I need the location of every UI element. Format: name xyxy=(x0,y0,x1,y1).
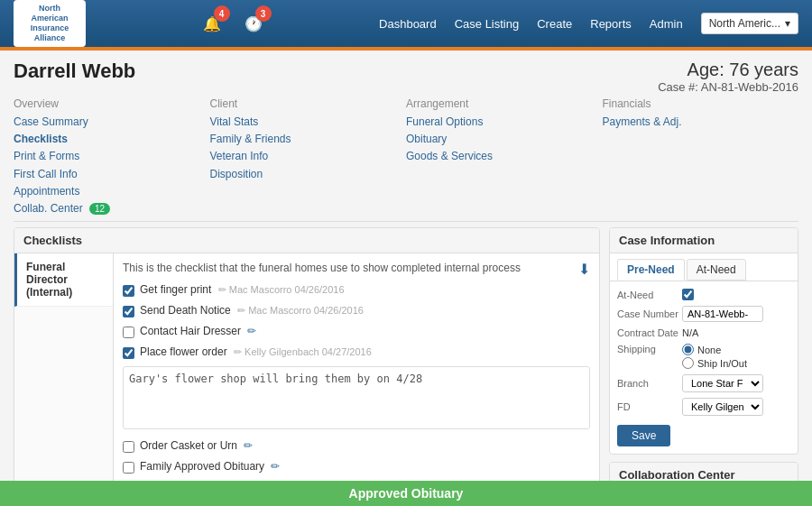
financials-title: Financials xyxy=(603,97,799,110)
collab-badge: 12 xyxy=(89,203,110,215)
nav-obituary[interactable]: Obituary xyxy=(406,131,603,148)
nav-collab-center[interactable]: Collab. Center 12 xyxy=(14,200,210,217)
checklist-label-4: Place flower order ✏ Kelly Gilgenbach 04… xyxy=(140,345,590,358)
checklist-label-1: Get finger print ✏ Mac Mascorro 04/26/20… xyxy=(140,283,590,296)
checklist-meta-2: ✏ Mac Mascorro 04/26/2016 xyxy=(237,305,364,316)
patient-name: Darrell Webb xyxy=(14,60,135,83)
overview-title: Overview xyxy=(14,97,210,110)
nav-reports[interactable]: Reports xyxy=(590,17,632,31)
checklist-checkbox-1[interactable] xyxy=(123,285,134,297)
checklist-checkbox-6[interactable] xyxy=(123,462,134,474)
checklist-checkbox-3[interactable] xyxy=(123,327,134,338)
checklist-item-3: Contact Hair Dresser ✏ xyxy=(123,325,590,338)
nav-links: Dashboard Case Listing Create Reports Ad… xyxy=(379,13,798,34)
nav-appointments[interactable]: Appointments xyxy=(14,183,210,200)
at-need-checkbox[interactable] xyxy=(682,289,694,300)
case-number-input[interactable] xyxy=(682,306,763,322)
org-dropdown[interactable]: North Americ... ▾ xyxy=(701,13,798,34)
shipping-inout-radio[interactable] xyxy=(682,357,694,369)
client-section: Client Vital Stats Family & Friends Vete… xyxy=(210,97,407,217)
overview-section: Overview Case Summary Checklists Print &… xyxy=(14,97,210,217)
nav-goods-services[interactable]: Goods & Services xyxy=(406,148,603,165)
nav-disposition[interactable]: Disposition xyxy=(210,166,407,183)
branch-label: Branch xyxy=(617,378,678,389)
nav-case-summary[interactable]: Case Summary xyxy=(14,114,210,131)
shipping-none-radio[interactable] xyxy=(682,344,694,355)
chevron-down-icon: ▾ xyxy=(785,17,790,30)
checklist-sidebar: Funeral Director (Internal) xyxy=(14,253,114,506)
checklist-checkbox-5[interactable] xyxy=(123,441,134,453)
checklists-panel: Checklists Funeral Director (Internal) ⬇… xyxy=(14,227,600,506)
checklists-panel-body: Funeral Director (Internal) ⬇ This is th… xyxy=(14,253,599,506)
arrangement-title: Arrangement xyxy=(406,97,603,110)
patient-header: Darrell Webb Age: 76 years Case #: AN-81… xyxy=(14,60,798,94)
checklist-checkbox-2[interactable] xyxy=(123,306,134,317)
nav-veteran-info[interactable]: Veteran Info xyxy=(210,148,407,165)
nav-checklists[interactable]: Checklists xyxy=(14,131,210,148)
at-need-field: At-Need xyxy=(617,289,790,300)
nav-admin[interactable]: Admin xyxy=(650,17,683,31)
branch-field: Branch Lone Star Fu xyxy=(617,374,790,392)
page-content: Darrell Webb Age: 76 years Case #: AN-81… xyxy=(0,51,812,506)
case-info-header: Case Information xyxy=(610,228,798,253)
checklist-label-2: Send Death Notice ✏ Mac Mascorro 04/26/2… xyxy=(140,304,590,317)
financials-section: Financials Payments & Adj. xyxy=(603,97,799,217)
approved-obituary-bar: Approved Obituary xyxy=(0,481,812,506)
nav-vital-stats[interactable]: Vital Stats xyxy=(210,114,407,131)
checklist-meta-4: ✏ Kelly Gilgenbach 04/27/2016 xyxy=(234,346,372,357)
case-number-label: Case Number xyxy=(617,308,678,319)
pencil-icon-6[interactable]: ✏ xyxy=(271,460,280,473)
checklist-item-2: Send Death Notice ✏ Mac Mascorro 04/26/2… xyxy=(123,304,590,317)
tab-pre-need[interactable]: Pre-Need xyxy=(617,259,685,281)
nav-family-friends[interactable]: Family & Friends xyxy=(210,131,407,148)
checklist-label-3: Contact Hair Dresser ✏ xyxy=(140,325,590,337)
case-number-field: Case Number xyxy=(617,306,790,322)
shipping-in-out: Ship In/Out xyxy=(682,357,747,369)
nav-payments[interactable]: Payments & Adj. xyxy=(603,114,799,131)
checklist-item-6: Family Approved Obituary ✏ xyxy=(123,460,590,474)
shipping-field: Shipping None Ship In/Out xyxy=(617,344,790,369)
clock-badge: 3 xyxy=(255,5,272,22)
checklists-panel-header: Checklists xyxy=(14,228,599,253)
shipping-radio-group: None Ship In/Out xyxy=(682,344,747,369)
pencil-icon-3[interactable]: ✏ xyxy=(247,325,256,337)
checklist-label-5: Order Casket or Urn ✏ xyxy=(140,439,590,452)
nav-print-forms[interactable]: Print & Forms xyxy=(14,148,210,165)
top-navigation: North American Insurance Alliance 🔔 4 🕐 … xyxy=(0,0,812,47)
save-button[interactable]: Save xyxy=(617,425,670,446)
fd-label: FD xyxy=(617,401,678,412)
contract-date-value: N/A xyxy=(682,327,790,338)
main-layout: Checklists Funeral Director (Internal) ⬇… xyxy=(14,227,798,506)
nav-funeral-options[interactable]: Funeral Options xyxy=(406,114,603,131)
checklist-description: This is the checklist that the funeral h… xyxy=(123,261,590,276)
contract-date-label: Contract Date xyxy=(617,327,678,338)
clock-icon-wrap[interactable]: 🕐 3 xyxy=(237,7,270,40)
at-need-label: At-Need xyxy=(617,290,678,300)
shipping-none: None xyxy=(682,344,747,355)
download-icon[interactable]: ⬇ xyxy=(578,261,590,278)
fd-select[interactable]: Kelly Gilgenl xyxy=(682,398,763,416)
sidebar-tab-funeral-director[interactable]: Funeral Director (Internal) xyxy=(14,253,113,307)
nav-first-call-info[interactable]: First Call Info xyxy=(14,166,210,183)
patient-case-number: Case #: AN-81-Webb-2016 xyxy=(658,80,798,94)
patient-age: Age: 76 years xyxy=(658,60,798,80)
flower-note-textarea[interactable]: Gary's flower shop will bring them by on… xyxy=(123,366,590,429)
nav-create[interactable]: Create xyxy=(537,17,572,31)
nav-case-listing[interactable]: Case Listing xyxy=(455,17,520,31)
nav-icons: 🔔 4 🕐 3 xyxy=(196,7,270,40)
bell-badge: 4 xyxy=(214,5,230,22)
shipping-label: Shipping xyxy=(617,344,678,354)
bell-icon-wrap[interactable]: 🔔 4 xyxy=(196,7,228,40)
patient-info-right: Age: 76 years Case #: AN-81-Webb-2016 xyxy=(658,60,798,94)
checklist-content: ⬇ This is the checklist that the funeral… xyxy=(114,253,599,506)
case-info-box: Case Information Pre-Need At-Need At-Nee… xyxy=(609,227,798,455)
pencil-icon-5[interactable]: ✏ xyxy=(244,439,253,452)
tab-at-need[interactable]: At-Need xyxy=(687,259,746,281)
checklist-item-4: Place flower order ✏ Kelly Gilgenbach 04… xyxy=(123,345,590,359)
checklist-meta-1: ✏ Mac Mascorro 04/26/2016 xyxy=(218,284,345,295)
branch-select[interactable]: Lone Star Fu xyxy=(682,374,763,392)
logo: North American Insurance Alliance xyxy=(14,0,86,46)
nav-dashboard[interactable]: Dashboard xyxy=(379,17,437,31)
checklist-checkbox-4[interactable] xyxy=(123,347,134,359)
case-info-tabs: Pre-Need At-Need xyxy=(610,253,798,281)
